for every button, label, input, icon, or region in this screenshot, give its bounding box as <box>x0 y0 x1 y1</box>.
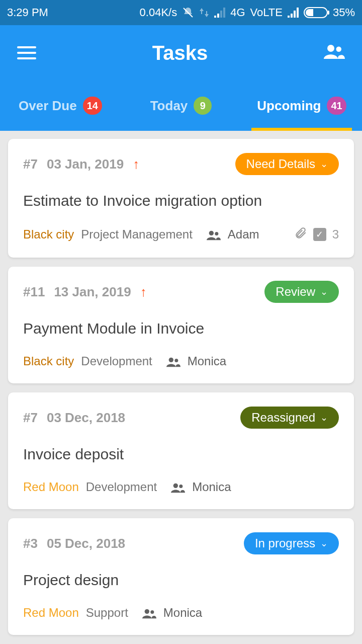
task-date: 05 Dec, 2018 <box>47 536 125 551</box>
task-list: #703 Jan, 2019↑Need Details⌄Estimate to … <box>0 131 362 644</box>
status-battery: 35% <box>333 6 355 19</box>
tab-upcoming[interactable]: Upcoming 41 <box>241 80 362 131</box>
check-count: 3 <box>332 227 339 242</box>
signal-icon-1 <box>214 8 225 18</box>
project-name: Project Management <box>81 227 192 242</box>
check-icon: ✓ <box>313 228 326 241</box>
status-label: Need Details <box>246 157 315 171</box>
svg-point-8 <box>144 609 149 613</box>
task-date: 03 Jan, 2019 <box>47 156 124 172</box>
tab-label: Upcoming <box>257 98 321 114</box>
client-name[interactable]: Black city <box>23 227 74 242</box>
client-name[interactable]: Red Moon <box>23 480 79 494</box>
assignee-name: Adam <box>228 227 259 242</box>
status-time: 3:29 PM <box>7 6 48 19</box>
status-volte: VoLTE <box>250 6 283 19</box>
task-title: Estimate to Invoice migration option <box>23 192 339 209</box>
battery-icon <box>304 7 328 18</box>
people-icon <box>171 480 185 494</box>
chevron-down-icon: ⌄ <box>320 412 328 423</box>
task-title: Payment Module in Invoice <box>23 320 339 337</box>
tab-overdue[interactable]: Over Due 14 <box>0 80 121 131</box>
task-card[interactable]: #703 Jan, 2019↑Need Details⌄Estimate to … <box>8 139 354 258</box>
menu-button[interactable] <box>17 46 36 59</box>
assignee-name: Monica <box>188 354 226 368</box>
task-card[interactable]: #703 Dec, 2018Reassigned⌄Invoice deposit… <box>8 392 354 509</box>
task-card[interactable]: #305 Dec, 2018In progress⌄Project design… <box>8 518 354 635</box>
svg-point-3 <box>215 232 218 235</box>
svg-point-7 <box>179 485 183 488</box>
project-name: Development <box>81 354 152 368</box>
people-icon <box>166 354 180 368</box>
task-date: 03 Dec, 2018 <box>47 410 125 426</box>
task-id: #7 <box>23 410 38 426</box>
tab-today[interactable]: Today 9 <box>121 80 241 131</box>
status-dropdown[interactable]: Reassigned⌄ <box>240 407 339 429</box>
status-dropdown[interactable]: Need Details⌄ <box>235 153 339 175</box>
assignee-name: Monica <box>192 480 231 494</box>
priority-up-icon: ↑ <box>133 156 139 172</box>
svg-point-2 <box>209 230 213 235</box>
assignee-name: Monica <box>163 606 202 620</box>
signal-icon-2 <box>288 8 299 18</box>
tab-badge: 9 <box>194 97 212 115</box>
people-button[interactable] <box>324 44 345 62</box>
task-title: Project design <box>23 572 339 589</box>
attachment-icon <box>294 226 307 243</box>
android-status-bar: 3:29 PM 0.04K/s 4G VoLTE 35% <box>0 0 362 25</box>
people-icon <box>142 606 156 620</box>
task-id: #3 <box>23 536 38 551</box>
tabs: Over Due 14 Today 9 Upcoming 41 <box>0 80 362 131</box>
status-label: Review <box>276 285 315 299</box>
svg-point-5 <box>174 359 178 362</box>
chevron-down-icon: ⌄ <box>320 538 328 549</box>
task-id: #11 <box>23 284 45 300</box>
client-name[interactable]: Red Moon <box>23 606 79 620</box>
task-card[interactable]: #1113 Jan, 2019↑Review⌄Payment Module in… <box>8 267 354 383</box>
chevron-down-icon: ⌄ <box>320 158 328 170</box>
svg-point-4 <box>168 357 173 362</box>
svg-point-1 <box>336 47 341 52</box>
status-label: In progress <box>255 536 315 550</box>
task-id: #7 <box>23 156 38 172</box>
task-title: Invoice deposit <box>23 446 339 463</box>
status-dropdown[interactable]: Review⌄ <box>264 281 339 303</box>
data-icon <box>199 7 209 18</box>
svg-point-0 <box>327 45 334 52</box>
mute-icon <box>182 7 194 19</box>
tab-label: Over Due <box>19 98 77 114</box>
tab-label: Today <box>150 98 188 114</box>
people-icon <box>207 227 221 242</box>
chevron-down-icon: ⌄ <box>320 286 328 297</box>
svg-point-9 <box>150 610 154 614</box>
status-label: Reassigned <box>251 411 315 425</box>
tab-badge: 41 <box>327 97 346 115</box>
page-title: Tasks <box>152 42 208 64</box>
svg-point-6 <box>173 483 178 488</box>
status-net: 4G <box>230 6 245 19</box>
project-name: Development <box>86 480 157 494</box>
status-dropdown[interactable]: In progress⌄ <box>244 532 339 554</box>
status-netspeed: 0.04K/s <box>140 6 177 19</box>
task-date: 13 Jan, 2019 <box>54 284 131 300</box>
project-name: Support <box>86 606 128 620</box>
tab-badge: 14 <box>83 97 102 115</box>
app-header: Tasks Over Due 14 Today 9 Upcoming 41 <box>0 25 362 131</box>
priority-up-icon: ↑ <box>140 284 147 300</box>
client-name[interactable]: Black city <box>23 354 74 368</box>
